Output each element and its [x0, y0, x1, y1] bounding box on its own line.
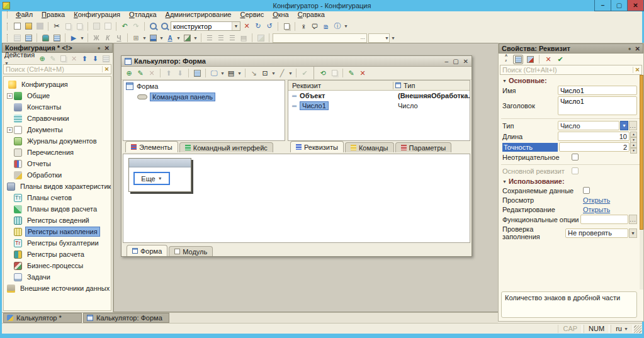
form-preview-window[interactable]: Еще▼ — [128, 158, 191, 192]
underline-icon[interactable]: Ч — [114, 33, 124, 43]
attribute-row-object[interactable]: ═Объект (ВнешняяОбработка.Калькуля... — [288, 91, 470, 101]
tab-attributes[interactable]: Реквизиты — [290, 141, 344, 152]
title-input[interactable] — [560, 98, 635, 105]
add-attribute-icon[interactable]: ⟲ — [318, 69, 328, 78]
properties-scrollbar[interactable] — [640, 75, 643, 290]
align-left-icon[interactable]: ☰ — [205, 33, 215, 43]
expand-icon[interactable]: + — [6, 93, 13, 99]
pen-style-dropdown-icon[interactable]: ▼ — [288, 71, 293, 76]
config-tree-item[interactable]: Задачи — [4, 271, 111, 283]
tab-module[interactable]: Модуль — [169, 246, 213, 256]
check-form-icon[interactable]: ✔ — [300, 69, 310, 78]
edit-element-icon[interactable]: ✎ — [135, 69, 145, 78]
pen-style-icon[interactable]: ╱ — [277, 69, 287, 78]
bold-icon[interactable]: Ж — [91, 33, 101, 43]
italic-icon[interactable]: К — [103, 33, 113, 43]
config-tree-item[interactable]: Регистры расчета — [4, 249, 111, 260]
view-open-link[interactable]: Открыть — [583, 196, 610, 204]
zoom-icon[interactable] — [159, 21, 169, 31]
menu-configuration[interactable]: Конфигурация — [70, 10, 124, 19]
move-up-icon[interactable]: ⬆ — [164, 69, 174, 78]
config-tree-item[interactable]: Планы счетов — [4, 192, 111, 203]
resize-grip[interactable] — [634, 325, 641, 333]
expand-icon[interactable]: + — [6, 127, 13, 133]
print-preview-icon[interactable] — [103, 21, 113, 31]
borders-icon[interactable]: ⊞ — [131, 33, 141, 43]
list-settings-icon[interactable]: ▤ — [226, 69, 236, 78]
scrollbar-thumb[interactable] — [640, 75, 643, 230]
add-icon[interactable]: ⊕ — [38, 54, 47, 64]
panel-layout-dropdown-icon[interactable]: ▼ — [271, 71, 276, 76]
window-tab-calculator-form[interactable]: Калькулятор: Форма — [83, 313, 169, 323]
section-usage[interactable]: Использование: — [499, 176, 643, 186]
sort-icon[interactable] — [101, 54, 110, 64]
clear-icon[interactable]: ✕ — [102, 66, 111, 72]
form-minimize-icon[interactable]: – — [445, 58, 449, 65]
menu-help[interactable]: Справка — [294, 10, 329, 19]
minimize-button[interactable] — [594, 0, 611, 11]
clone-attribute-icon[interactable] — [329, 69, 339, 78]
form-close-icon[interactable]: ✕ — [463, 58, 468, 65]
config-tree-item[interactable]: Отчеты — [4, 158, 111, 169]
sort-alphabetical-icon[interactable]: ᴬᶻ — [501, 55, 511, 64]
type-ellipsis-button[interactable]: ... — [629, 121, 637, 130]
config-tree-item[interactable]: +Общие — [4, 90, 111, 101]
menu-windows[interactable]: Окна — [269, 10, 293, 19]
more-button[interactable]: Еще▼ — [133, 172, 170, 185]
show-important-icon[interactable] — [525, 55, 535, 64]
nonnegative-checkbox[interactable] — [572, 154, 579, 161]
form-tree-root[interactable]: Форма — [123, 81, 285, 91]
tab-commands[interactable]: Команды — [345, 142, 394, 152]
layout-grid-icon[interactable] — [12, 33, 22, 43]
column-attribute[interactable]: Реквизит — [288, 82, 393, 89]
copy-icon[interactable] — [63, 21, 73, 31]
attribute-row-number1[interactable]: ═Число1 Число — [288, 101, 470, 111]
table-view-icon[interactable] — [52, 33, 62, 43]
fill-check-dropdown-button[interactable]: ▼ — [629, 228, 637, 238]
clear-search-icon[interactable]: ✕ — [242, 21, 252, 31]
help-index-icon[interactable]: 🗈 — [321, 21, 331, 31]
type-dropdown-button[interactable]: ▼ — [620, 121, 628, 130]
syntax-help-icon[interactable]: 🗩 — [310, 21, 320, 31]
font-color-icon[interactable]: A — [165, 33, 175, 43]
move-down-icon[interactable]: ⬇ — [91, 54, 99, 64]
reset-value-icon[interactable]: ✕ — [543, 55, 553, 64]
menu-service[interactable]: Сервис — [236, 10, 268, 19]
fill-color-dropdown-icon[interactable]: ▼ — [159, 36, 164, 40]
config-tree-item[interactable]: Журналы документов — [4, 135, 111, 147]
config-tree-item[interactable]: Бизнес-процессы — [4, 260, 111, 271]
config-tree-item[interactable]: Регистры бухгалтерии — [4, 237, 111, 249]
config-tree-item[interactable]: Справочники — [4, 113, 111, 124]
line-color-dropdown-icon[interactable]: ▼ — [193, 36, 198, 40]
search-dropdown-button[interactable]: ▼ — [232, 22, 240, 30]
undo-icon[interactable]: ↶ — [120, 21, 130, 31]
delete-element-icon[interactable]: ✕ — [147, 69, 157, 78]
picture-icon[interactable] — [256, 33, 266, 43]
maximize-button[interactable] — [611, 0, 628, 11]
apply-icon[interactable]: ✔ — [555, 55, 565, 64]
open-icon[interactable] — [23, 21, 33, 31]
zoom-select[interactable]: ▼ — [368, 33, 390, 43]
search-input[interactable] — [171, 23, 232, 30]
cut-icon[interactable]: ✂ — [52, 21, 62, 31]
actions-menu-button[interactable]: Действия ▼ — [4, 51, 36, 66]
window-tab-calculator[interactable]: Калькулятор * — [3, 313, 82, 323]
precision-spinner[interactable]: ▲▼ — [630, 142, 637, 152]
move-up-icon[interactable]: ⬆ — [81, 54, 89, 64]
align-right-icon[interactable]: ☰ — [227, 33, 237, 43]
fill-color-icon[interactable] — [148, 33, 158, 43]
config-tree-item[interactable]: +Документы — [4, 124, 111, 135]
edit-attribute-icon[interactable]: ✎ — [346, 69, 356, 78]
toolbar-overflow-icon[interactable]: ▼ — [391, 36, 395, 40]
preview-dropdown-icon[interactable]: ▼ — [220, 71, 225, 76]
form-tree-command-bar[interactable]: Командная панель — [123, 91, 285, 102]
panel-layout-icon[interactable]: ⊡ — [260, 69, 270, 78]
form-designer-titlebar[interactable]: Калькулятор: Форма – ▢ ✕ — [121, 56, 472, 67]
paste-icon[interactable] — [74, 21, 84, 31]
close-properties-icon[interactable]: ✕ — [635, 45, 640, 52]
clear-icon[interactable]: ✕ — [633, 67, 641, 73]
config-tree-item[interactable]: Регистры сведений — [4, 215, 111, 226]
new-document-icon[interactable] — [12, 21, 22, 31]
delete-attribute-icon[interactable]: ✕ — [358, 69, 368, 78]
align-justify-icon[interactable]: ▤ — [239, 33, 249, 43]
